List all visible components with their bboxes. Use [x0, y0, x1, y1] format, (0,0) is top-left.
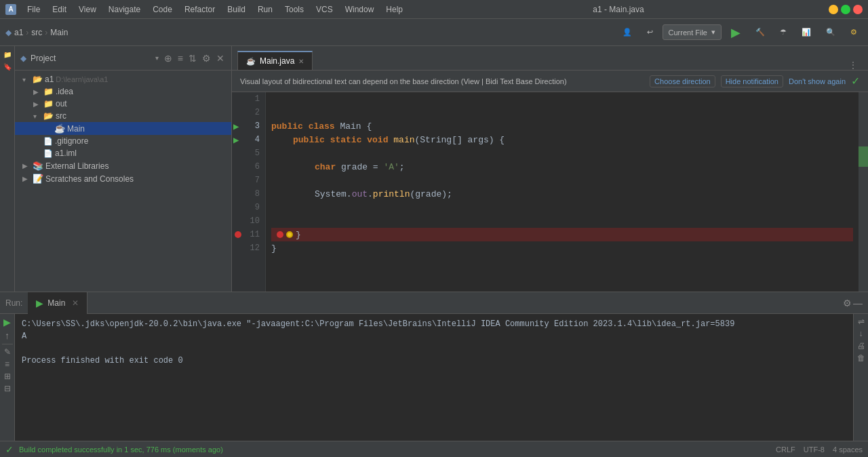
line-9: 9	[232, 201, 265, 214]
breakpoint-dot	[277, 231, 283, 238]
run-arrow-4: ▶	[233, 134, 239, 146]
run-arrow-3: ▶	[233, 121, 239, 132]
status-bar: ✓ Build completed successfully in 1 sec,…	[0, 441, 868, 457]
line-ending[interactable]: CRLF	[776, 445, 795, 454]
menu-navigate[interactable]: Navigate	[103, 3, 146, 16]
close-button[interactable]	[853, 5, 863, 14]
menu-window[interactable]: Window	[340, 3, 380, 16]
bottom-tab-main[interactable]: ▶ Main ✕	[28, 292, 87, 314]
hide-notification-button[interactable]: Hide notification	[721, 75, 783, 87]
close-panel-icon[interactable]: ✕	[215, 52, 226, 65]
settings-icon[interactable]: ⚙	[201, 52, 212, 65]
bottom-right-icons: ⇌ ↓ 🖨 🗑	[853, 314, 868, 441]
bookmarks-icon[interactable]: 🔖	[2, 61, 13, 72]
scratches-label: Scratches and Consoles	[45, 174, 134, 184]
breadcrumb-src[interactable]: src	[31, 28, 42, 37]
code-editor[interactable]: 1 2 ▶ 3 ▶ 4 5 6 7 8 9 10 11	[232, 92, 868, 292]
maximize-button[interactable]	[841, 5, 850, 14]
menu-run[interactable]: Run	[252, 3, 278, 16]
run-ctrl-play[interactable]: ▶	[3, 317, 11, 327]
bottom-panel: Run: ▶ Main ✕ ⚙ — ▶ ↑ ✎ ≡ ⊞ ⊟ C:\Users\S…	[0, 292, 868, 441]
src-arrow: ▾	[33, 113, 41, 120]
bottom-settings-icon[interactable]: ⚙	[843, 298, 852, 309]
tab-main-java[interactable]: ☕ Main.java ✕	[237, 51, 313, 70]
run-ctrl-layout[interactable]: ⊟	[4, 384, 11, 393]
title-bar: A File Edit View Navigate Code Refactor …	[0, 0, 868, 19]
trash-icon[interactable]: 🗑	[857, 353, 865, 363]
toolbar-right: 👤 ↩ Current File ▾ ▶ 🔨 ☂ 📊 🔍 ⚙	[617, 22, 863, 43]
tree-item-main[interactable]: ☕ Main	[15, 122, 231, 135]
minimize-button[interactable]	[829, 5, 838, 14]
menu-tools[interactable]: Tools	[279, 3, 309, 16]
run-ctrl-filter[interactable]: ≡	[5, 359, 9, 369]
tree-item-gitignore[interactable]: 📄 .gitignore	[15, 135, 231, 147]
iml-icon: 📄	[43, 149, 53, 158]
current-file-label: Current File	[669, 28, 707, 37]
build-button[interactable]: 🔨	[750, 25, 770, 39]
bottom-close-icon[interactable]: —	[853, 298, 863, 309]
vcs-button[interactable]: 👤	[617, 25, 637, 39]
tree-item-scratches[interactable]: ▶ 📝 Scratches and Consoles	[15, 172, 231, 185]
bottom-tab-bar: Run: ▶ Main ✕ ⚙ —	[0, 292, 868, 314]
menu-refactor[interactable]: Refactor	[179, 3, 220, 16]
line-11: 11	[232, 228, 265, 241]
menu-view[interactable]: View	[73, 3, 102, 16]
project-view-icon[interactable]: 📁	[2, 49, 13, 60]
menu-vcs[interactable]: VCS	[311, 3, 338, 16]
breadcrumb-a1[interactable]: a1	[14, 28, 23, 37]
run-button[interactable]: ▶	[726, 22, 746, 43]
tree-item-root[interactable]: ▾ 📂 a1 D:\learn\java\a1	[15, 73, 231, 85]
tab-more-button[interactable]: ⋮	[844, 60, 863, 70]
idea-arrow: ▶	[33, 88, 41, 96]
scratches-icon: 📝	[33, 174, 43, 184]
tree-item-idea[interactable]: ▶ 📁 .idea	[15, 85, 231, 98]
run-ctrl-sep	[2, 344, 13, 344]
tree-item-out[interactable]: ▶ 📁 out	[15, 98, 231, 110]
tree-item-iml[interactable]: 📄 a1.iml	[15, 147, 231, 159]
java-file-icon: ☕	[246, 57, 256, 66]
settings-button[interactable]: ⚙	[845, 25, 863, 39]
scroll-end-icon[interactable]: ↓	[859, 329, 863, 338]
menu-file[interactable]: File	[22, 3, 45, 16]
back-button[interactable]: ↩	[642, 25, 658, 39]
run-ctrl-edit[interactable]: ✎	[4, 347, 11, 357]
code-content[interactable]: public class Main { public static void m…	[266, 92, 859, 292]
menu-edit[interactable]: Edit	[47, 3, 72, 16]
indent[interactable]: 4 spaces	[833, 445, 863, 454]
editor-scrollbar[interactable]	[859, 92, 868, 292]
gitignore-icon: 📄	[43, 137, 53, 146]
profile-button[interactable]: 📊	[796, 25, 816, 39]
menu-build[interactable]: Build	[222, 3, 251, 16]
sort-icon[interactable]: ⇅	[187, 52, 198, 65]
terminal-line-1: C:\Users\SS\.jdks\openjdk-20.0.2\bin\jav…	[22, 318, 846, 330]
tree-item-ext-libs[interactable]: ▶ 📚 External Libraries	[15, 159, 231, 172]
choose-direction-button[interactable]: Choose direction	[650, 75, 715, 87]
print-icon[interactable]: 🖨	[857, 341, 865, 351]
dont-show-again-button[interactable]: Don't show again	[789, 77, 846, 85]
code-line-4: public static void main(String[] args) {	[271, 133, 853, 146]
current-file-dropdown[interactable]: Current File ▾	[663, 24, 722, 40]
menu-help[interactable]: Help	[380, 3, 408, 16]
collapse-icon[interactable]: ≡	[176, 52, 184, 65]
search-everywhere-button[interactable]: 🔍	[821, 25, 841, 39]
project-icon: ◆	[5, 28, 12, 37]
main-label: Main	[67, 124, 85, 134]
line-7: 7	[232, 174, 265, 187]
tree-item-src[interactable]: ▾ 📂 src	[15, 110, 231, 122]
soft-wrap-icon[interactable]: ⇌	[858, 317, 865, 326]
breadcrumb-main[interactable]: Main	[50, 28, 68, 37]
encoding[interactable]: UTF-8	[804, 445, 825, 454]
panel-dropdown-arrow[interactable]: ▾	[155, 54, 159, 62]
locate-file-icon[interactable]: ⊕	[163, 52, 174, 65]
coverage-button[interactable]: ☂	[774, 25, 792, 39]
menu-bar: File Edit View Navigate Code Refactor Bu…	[22, 3, 408, 16]
run-ctrl-bookmark[interactable]: ⊞	[4, 372, 11, 381]
main-file-icon: ☕	[54, 123, 65, 134]
code-line-9	[271, 201, 853, 214]
bottom-left-icons: ▶ ↑ ✎ ≡ ⊞ ⊟	[0, 314, 15, 441]
bottom-tab-close[interactable]: ✕	[72, 298, 79, 308]
menu-code[interactable]: Code	[147, 3, 178, 16]
out-arrow: ▶	[33, 100, 41, 108]
tab-close-icon[interactable]: ✕	[298, 58, 304, 65]
run-ctrl-up[interactable]: ↑	[5, 330, 9, 341]
